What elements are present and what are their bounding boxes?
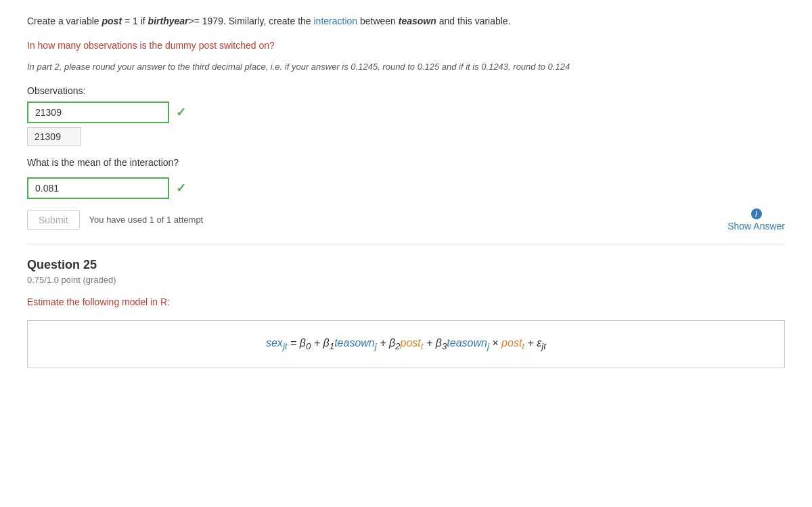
- estimate-text: Estimate the following model in R:: [27, 294, 785, 309]
- intro-paragraph: Create a variable post = 1 if birthyear>…: [27, 14, 785, 28]
- formula-plus2: + β2: [380, 337, 400, 349]
- interaction-input[interactable]: [27, 177, 169, 199]
- submit-button[interactable]: Submit: [27, 210, 80, 230]
- teasown-variable: teasown: [399, 16, 436, 26]
- observations-display: 21309: [27, 127, 81, 146]
- formula-teasown2: teasownj: [447, 337, 489, 349]
- interaction-checkmark: ✓: [176, 181, 186, 196]
- condition-text: >= 1979.: [189, 16, 226, 26]
- formula-display: sexjt = β0 + β1teasownj + β2postt + β3te…: [266, 337, 546, 349]
- show-answer-link[interactable]: Show Answer: [727, 221, 785, 232]
- formula-eq: = β0 + β1: [290, 337, 334, 349]
- birthyear-variable: birthyear: [148, 16, 189, 26]
- observations-label: Observations:: [27, 85, 785, 96]
- question25-title: Question 25: [27, 258, 785, 272]
- section-divider: [27, 244, 785, 244]
- equals-text: = 1 if: [122, 16, 148, 26]
- formula-plus3: + β3: [426, 337, 447, 349]
- post-variable: post: [102, 16, 122, 26]
- observations-input[interactable]: [27, 102, 169, 123]
- observations-checkmark: ✓: [176, 105, 186, 120]
- formula-lhs: sexjt: [266, 337, 288, 349]
- interaction-link: interaction: [313, 16, 357, 26]
- show-answer-area: i Show Answer: [727, 208, 785, 232]
- formula-plus4: + εjt: [528, 337, 547, 349]
- interaction-question: What is the mean of the interaction?: [27, 157, 785, 168]
- between-text: between: [357, 16, 399, 26]
- formula-post2: postt: [501, 337, 524, 349]
- formula-times: ×: [492, 337, 501, 349]
- formula-box: sexjt = β0 + β1teasownj + β2postt + β3te…: [27, 320, 785, 368]
- similarly-text: Similarly, create the: [226, 16, 314, 26]
- create-variable-text: Create a variable: [27, 16, 102, 26]
- formula-teasown1: teasownj: [334, 337, 377, 349]
- question25-points: 0.75/1.0 point (graded): [27, 275, 785, 285]
- italic-note: In part 2, please round your answer to t…: [27, 60, 785, 74]
- info-icon: i: [751, 208, 762, 219]
- red-question-observations: In how many observations is the dummy po…: [27, 38, 785, 53]
- formula-post1: postt: [401, 337, 424, 349]
- attempt-text: You have used 1 of 1 attempt: [89, 215, 204, 225]
- and-this-text: and this variable.: [436, 16, 511, 26]
